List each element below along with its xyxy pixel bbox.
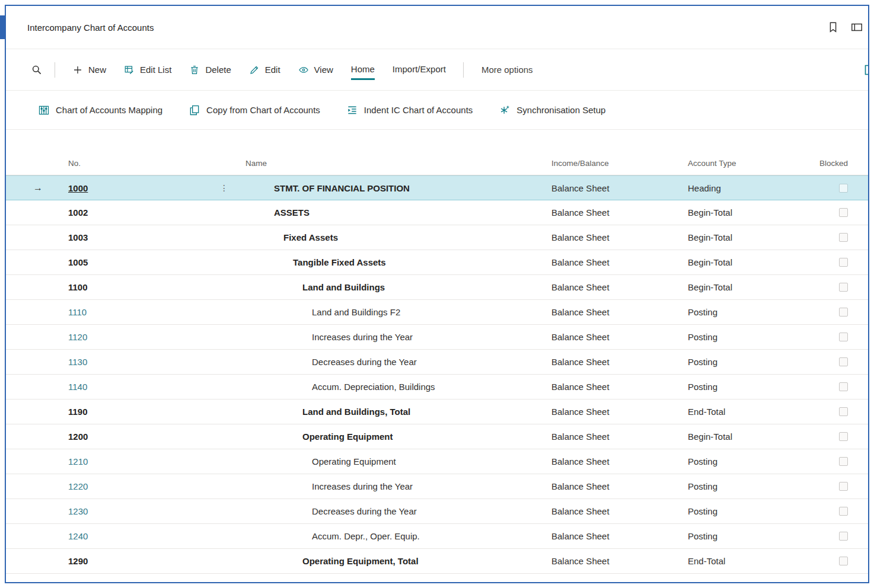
toolbar-button-edit[interactable]: Edit	[240, 60, 289, 80]
cell-income-balance[interactable]: Balance Sheet	[548, 300, 685, 324]
blocked-checkbox[interactable]	[839, 407, 848, 416]
toolbar-tab-home[interactable]: Home	[342, 59, 384, 81]
blocked-checkbox[interactable]	[839, 333, 848, 341]
search-button[interactable]	[26, 60, 46, 80]
cell-name[interactable]: Increases during the Year	[243, 325, 548, 349]
cell-name[interactable]: Decreases during the Year	[243, 350, 548, 374]
column-header-account-type[interactable]: Account Type	[685, 159, 812, 168]
table-row[interactable]: 1230Decreases during the YearBalance She…	[6, 499, 868, 524]
cell-name[interactable]: Increases during the Year	[243, 474, 548, 498]
cell-income-balance[interactable]: Balance Sheet	[548, 375, 685, 399]
table-row[interactable]: 1100Land and BuildingsBalance SheetBegin…	[6, 275, 868, 300]
action-button-indent-ic-chart-of-accounts[interactable]: Indent IC Chart of Accounts	[336, 100, 483, 121]
column-header-income-balance[interactable]: Income/Balance	[548, 159, 685, 168]
blocked-checkbox[interactable]	[839, 357, 848, 366]
table-row[interactable]: 1130Decreases during the YearBalance She…	[6, 350, 868, 375]
action-button-chart-of-accounts-mapping[interactable]: Chart of Accounts Mapping	[27, 100, 173, 121]
cell-income-balance[interactable]: Balance Sheet	[548, 350, 685, 374]
table-row[interactable]: 1110Land and Buildings F2Balance SheetPo…	[6, 300, 868, 325]
cell-account-type[interactable]: Posting	[685, 499, 812, 523]
cell-income-balance[interactable]: Balance Sheet	[548, 474, 685, 498]
cell-account-type[interactable]: Begin-Total	[685, 200, 812, 225]
report-icon[interactable]	[863, 63, 868, 77]
cell-no[interactable]: 1220	[62, 474, 216, 498]
cell-account-type[interactable]: Posting	[685, 474, 812, 498]
blocked-checkbox[interactable]	[839, 233, 848, 242]
cell-name[interactable]: Land and Buildings F2	[243, 300, 548, 324]
cell-income-balance[interactable]: Balance Sheet	[548, 524, 685, 548]
cell-income-balance[interactable]: Balance Sheet	[548, 250, 685, 274]
cell-income-balance[interactable]: Balance Sheet	[548, 275, 685, 299]
cell-name[interactable]: Decreases during the Year	[243, 499, 548, 523]
cell-account-type[interactable]: Posting	[685, 350, 812, 374]
blocked-checkbox[interactable]	[839, 432, 848, 441]
blocked-checkbox[interactable]	[839, 557, 848, 565]
cell-account-type[interactable]: End-Total	[685, 549, 812, 573]
dock-icon[interactable]	[850, 21, 863, 34]
cell-name[interactable]: Land and Buildings, Total	[243, 400, 548, 424]
toolbar-button-new[interactable]: New	[63, 60, 115, 80]
cell-name[interactable]: Accum. Depr., Oper. Equip.	[243, 524, 548, 548]
cell-income-balance[interactable]: Balance Sheet	[548, 549, 685, 573]
cell-account-type[interactable]: Begin-Total	[685, 225, 812, 250]
cell-income-balance[interactable]: Balance Sheet	[548, 200, 685, 225]
cell-no[interactable]: 1130	[62, 350, 216, 374]
cell-account-type[interactable]: Posting	[685, 375, 812, 399]
toolbar-button-edit-list[interactable]: Edit List	[115, 60, 180, 80]
cell-no[interactable]: 1240	[62, 524, 216, 548]
blocked-checkbox[interactable]	[839, 283, 848, 292]
toolbar-tab-import-export[interactable]: Import/Export	[384, 59, 455, 81]
cell-account-type[interactable]: Begin-Total	[685, 250, 812, 274]
cell-no[interactable]: 1230	[62, 499, 216, 523]
table-row[interactable]: 1002ASSETSBalance SheetBegin-Total	[6, 200, 868, 225]
cell-no[interactable]: 1140	[62, 375, 216, 399]
cell-name[interactable]: ASSETS	[243, 200, 548, 225]
toolbar-button-view[interactable]: View	[289, 60, 342, 80]
cell-no[interactable]: 1110	[62, 300, 216, 324]
cell-name[interactable]: Operating Equipment, Total	[243, 549, 548, 573]
table-row[interactable]: 1290Operating Equipment, TotalBalance Sh…	[6, 549, 868, 574]
blocked-checkbox[interactable]	[839, 507, 848, 516]
cell-name[interactable]: Tangible Fixed Assets	[243, 250, 548, 274]
blocked-checkbox[interactable]	[839, 308, 848, 317]
cell-income-balance[interactable]: Balance Sheet	[548, 400, 685, 424]
cell-no[interactable]: 1190	[62, 400, 216, 424]
cell-name[interactable]: Operating Equipment	[243, 449, 548, 474]
blocked-checkbox[interactable]	[839, 184, 848, 193]
cell-name[interactable]: Land and Buildings	[243, 275, 548, 299]
column-header-name[interactable]: Name	[243, 159, 548, 168]
action-button-copy-from-chart-of-accounts[interactable]: Copy from Chart of Accounts	[178, 100, 331, 121]
column-header-blocked[interactable]: Blocked	[812, 159, 868, 168]
cell-account-type[interactable]: Begin-Total	[685, 424, 812, 449]
cell-no[interactable]: 1120	[62, 325, 216, 349]
table-row[interactable]: 1220Increases during the YearBalance She…	[6, 474, 868, 499]
blocked-checkbox[interactable]	[839, 532, 848, 541]
blocked-checkbox[interactable]	[839, 457, 848, 466]
cell-no[interactable]: 1290	[62, 549, 216, 573]
cell-income-balance[interactable]: Balance Sheet	[548, 325, 685, 349]
cell-no[interactable]: 1000	[62, 176, 216, 200]
table-row[interactable]: 1140Accum. Depreciation, BuildingsBalanc…	[6, 375, 868, 400]
cell-no[interactable]: 1200	[62, 424, 216, 449]
cell-income-balance[interactable]: Balance Sheet	[548, 449, 685, 474]
cell-name[interactable]: Operating Equipment	[243, 424, 548, 449]
bookmark-icon[interactable]	[827, 21, 840, 34]
blocked-checkbox[interactable]	[839, 382, 848, 391]
table-row[interactable]: 1210Operating EquipmentBalance SheetPost…	[6, 449, 868, 474]
cell-account-type[interactable]: Heading	[685, 176, 812, 200]
cell-name[interactable]: Fixed Assets	[243, 225, 548, 250]
table-row[interactable]: →1000⋮STMT. OF FINANCIAL POSITIONBalance…	[6, 175, 868, 200]
table-row[interactable]: 1003Fixed AssetsBalance SheetBegin-Total	[6, 225, 868, 250]
toolbar-button-delete[interactable]: Delete	[180, 60, 240, 80]
cell-no[interactable]: 1005	[62, 250, 216, 274]
blocked-checkbox[interactable]	[839, 208, 848, 217]
cell-income-balance[interactable]: Balance Sheet	[548, 499, 685, 523]
cell-no[interactable]: 1002	[62, 200, 216, 225]
blocked-checkbox[interactable]	[839, 258, 848, 267]
cell-income-balance[interactable]: Balance Sheet	[548, 225, 685, 250]
table-row[interactable]: 1005Tangible Fixed AssetsBalance SheetBe…	[6, 250, 868, 275]
cell-account-type[interactable]: Posting	[685, 325, 812, 349]
more-options-button[interactable]: More options	[472, 60, 543, 79]
action-button-synchronisation-setup[interactable]: Synchronisation Setup	[488, 100, 616, 121]
table-row[interactable]: 1190Land and Buildings, TotalBalance She…	[6, 400, 868, 424]
